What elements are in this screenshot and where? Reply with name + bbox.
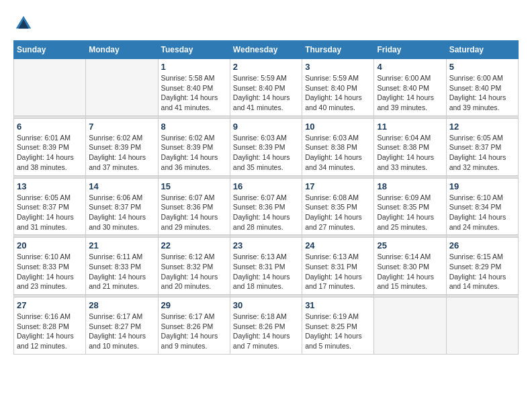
calendar-cell: 13Sunrise: 6:05 AM Sunset: 8:37 PM Dayli… (14, 178, 86, 235)
calendar-cell: 26Sunrise: 6:15 AM Sunset: 8:29 PM Dayli… (446, 238, 518, 295)
day-info: Sunrise: 6:00 AM Sunset: 8:40 PM Dayligh… (377, 73, 443, 113)
calendar-cell: 10Sunrise: 6:03 AM Sunset: 8:38 PM Dayli… (302, 118, 374, 175)
day-number: 5 (449, 62, 515, 72)
day-info: Sunrise: 5:59 AM Sunset: 8:40 PM Dayligh… (305, 73, 371, 113)
logo-icon (13, 13, 34, 34)
day-info: Sunrise: 6:10 AM Sunset: 8:33 PM Dayligh… (17, 252, 83, 291)
day-info: Sunrise: 6:19 AM Sunset: 8:25 PM Dayligh… (305, 312, 371, 351)
calendar-cell (14, 59, 86, 116)
day-number: 11 (377, 122, 443, 132)
calendar-cell: 30Sunrise: 6:18 AM Sunset: 8:26 PM Dayli… (230, 298, 302, 355)
day-info: Sunrise: 6:02 AM Sunset: 8:39 PM Dayligh… (161, 133, 227, 173)
calendar-cell: 20Sunrise: 6:10 AM Sunset: 8:33 PM Dayli… (14, 238, 86, 295)
day-info: Sunrise: 6:05 AM Sunset: 8:37 PM Dayligh… (449, 133, 515, 173)
day-number: 22 (161, 240, 227, 250)
calendar-cell: 9Sunrise: 6:03 AM Sunset: 8:39 PM Daylig… (230, 118, 302, 175)
day-number: 8 (161, 122, 227, 132)
day-number: 31 (305, 300, 371, 310)
day-info: Sunrise: 6:07 AM Sunset: 8:36 PM Dayligh… (161, 193, 227, 232)
day-number: 30 (233, 300, 299, 310)
day-number: 4 (377, 62, 443, 72)
day-info: Sunrise: 6:00 AM Sunset: 8:40 PM Dayligh… (449, 73, 515, 113)
day-number: 12 (449, 122, 515, 132)
day-info: Sunrise: 6:03 AM Sunset: 8:38 PM Dayligh… (305, 133, 371, 173)
weekday-header: Saturday (446, 41, 518, 59)
day-info: Sunrise: 6:07 AM Sunset: 8:36 PM Dayligh… (233, 193, 299, 232)
day-info: Sunrise: 6:16 AM Sunset: 8:28 PM Dayligh… (17, 312, 83, 351)
calendar-cell (374, 298, 446, 355)
calendar-cell: 1Sunrise: 5:58 AM Sunset: 8:40 PM Daylig… (158, 59, 230, 116)
day-number: 13 (17, 181, 83, 191)
day-info: Sunrise: 5:58 AM Sunset: 8:40 PM Dayligh… (161, 73, 227, 113)
calendar-cell (446, 298, 518, 355)
day-info: Sunrise: 6:17 AM Sunset: 8:26 PM Dayligh… (161, 312, 227, 351)
calendar-week-row: 20Sunrise: 6:10 AM Sunset: 8:33 PM Dayli… (14, 238, 519, 295)
day-number: 10 (305, 122, 371, 132)
day-info: Sunrise: 6:04 AM Sunset: 8:38 PM Dayligh… (377, 133, 443, 173)
day-info: Sunrise: 6:18 AM Sunset: 8:26 PM Dayligh… (233, 312, 299, 351)
day-number: 3 (305, 62, 371, 72)
calendar-cell: 29Sunrise: 6:17 AM Sunset: 8:26 PM Dayli… (158, 298, 230, 355)
calendar-week-row: 6Sunrise: 6:01 AM Sunset: 8:39 PM Daylig… (14, 118, 519, 175)
calendar-cell: 14Sunrise: 6:06 AM Sunset: 8:37 PM Dayli… (86, 178, 158, 235)
weekday-header: Thursday (302, 41, 374, 59)
day-number: 18 (377, 181, 443, 191)
day-number: 6 (17, 122, 83, 132)
day-number: 27 (17, 300, 83, 310)
calendar-week-row: 27Sunrise: 6:16 AM Sunset: 8:28 PM Dayli… (14, 298, 519, 355)
calendar-cell: 23Sunrise: 6:13 AM Sunset: 8:31 PM Dayli… (230, 238, 302, 295)
day-number: 29 (161, 300, 227, 310)
day-info: Sunrise: 6:10 AM Sunset: 8:34 PM Dayligh… (449, 193, 515, 232)
day-number: 7 (89, 122, 154, 132)
calendar-cell: 16Sunrise: 6:07 AM Sunset: 8:36 PM Dayli… (230, 178, 302, 235)
calendar-cell: 27Sunrise: 6:16 AM Sunset: 8:28 PM Dayli… (14, 298, 86, 355)
calendar-cell: 12Sunrise: 6:05 AM Sunset: 8:37 PM Dayli… (446, 118, 518, 175)
day-info: Sunrise: 6:06 AM Sunset: 8:37 PM Dayligh… (89, 193, 154, 232)
day-number: 19 (449, 181, 515, 191)
day-number: 17 (305, 181, 371, 191)
day-info: Sunrise: 6:05 AM Sunset: 8:37 PM Dayligh… (17, 193, 83, 232)
calendar-cell: 7Sunrise: 6:02 AM Sunset: 8:39 PM Daylig… (86, 118, 158, 175)
day-number: 25 (377, 240, 443, 250)
weekday-header: Friday (374, 41, 446, 59)
calendar-header-row: SundayMondayTuesdayWednesdayThursdayFrid… (14, 41, 519, 59)
day-info: Sunrise: 6:09 AM Sunset: 8:35 PM Dayligh… (377, 193, 443, 232)
calendar-cell: 31Sunrise: 6:19 AM Sunset: 8:25 PM Dayli… (302, 298, 374, 355)
day-number: 9 (233, 122, 299, 132)
day-number: 23 (233, 240, 299, 250)
calendar-cell: 28Sunrise: 6:17 AM Sunset: 8:27 PM Dayli… (86, 298, 158, 355)
day-number: 1 (161, 62, 227, 72)
day-number: 20 (17, 240, 83, 250)
day-number: 16 (233, 181, 299, 191)
day-number: 14 (89, 181, 154, 191)
calendar-week-row: 13Sunrise: 6:05 AM Sunset: 8:37 PM Dayli… (14, 178, 519, 235)
day-number: 28 (89, 300, 154, 310)
calendar-cell: 24Sunrise: 6:13 AM Sunset: 8:31 PM Dayli… (302, 238, 374, 295)
day-info: Sunrise: 6:11 AM Sunset: 8:33 PM Dayligh… (89, 252, 154, 291)
calendar-cell: 11Sunrise: 6:04 AM Sunset: 8:38 PM Dayli… (374, 118, 446, 175)
calendar-cell: 4Sunrise: 6:00 AM Sunset: 8:40 PM Daylig… (374, 59, 446, 116)
calendar-cell: 21Sunrise: 6:11 AM Sunset: 8:33 PM Dayli… (86, 238, 158, 295)
calendar-cell: 17Sunrise: 6:08 AM Sunset: 8:35 PM Dayli… (302, 178, 374, 235)
day-info: Sunrise: 6:17 AM Sunset: 8:27 PM Dayligh… (89, 312, 154, 351)
day-info: Sunrise: 6:15 AM Sunset: 8:29 PM Dayligh… (449, 252, 515, 291)
day-info: Sunrise: 6:13 AM Sunset: 8:31 PM Dayligh… (305, 252, 371, 291)
calendar-cell: 3Sunrise: 5:59 AM Sunset: 8:40 PM Daylig… (302, 59, 374, 116)
day-number: 24 (305, 240, 371, 250)
weekday-header: Wednesday (230, 41, 302, 59)
day-info: Sunrise: 6:03 AM Sunset: 8:39 PM Dayligh… (233, 133, 299, 173)
day-number: 26 (449, 240, 515, 250)
day-info: Sunrise: 6:12 AM Sunset: 8:32 PM Dayligh… (161, 252, 227, 291)
day-info: Sunrise: 6:13 AM Sunset: 8:31 PM Dayligh… (233, 252, 299, 291)
page-header (13, 13, 519, 34)
calendar-table: SundayMondayTuesdayWednesdayThursdayFrid… (13, 40, 519, 355)
logo (13, 13, 36, 34)
calendar-cell: 15Sunrise: 6:07 AM Sunset: 8:36 PM Dayli… (158, 178, 230, 235)
calendar-cell: 8Sunrise: 6:02 AM Sunset: 8:39 PM Daylig… (158, 118, 230, 175)
calendar-cell: 19Sunrise: 6:10 AM Sunset: 8:34 PM Dayli… (446, 178, 518, 235)
calendar-cell: 5Sunrise: 6:00 AM Sunset: 8:40 PM Daylig… (446, 59, 518, 116)
day-number: 21 (89, 240, 154, 250)
day-info: Sunrise: 6:08 AM Sunset: 8:35 PM Dayligh… (305, 193, 371, 232)
calendar-cell: 18Sunrise: 6:09 AM Sunset: 8:35 PM Dayli… (374, 178, 446, 235)
calendar-cell (86, 59, 158, 116)
